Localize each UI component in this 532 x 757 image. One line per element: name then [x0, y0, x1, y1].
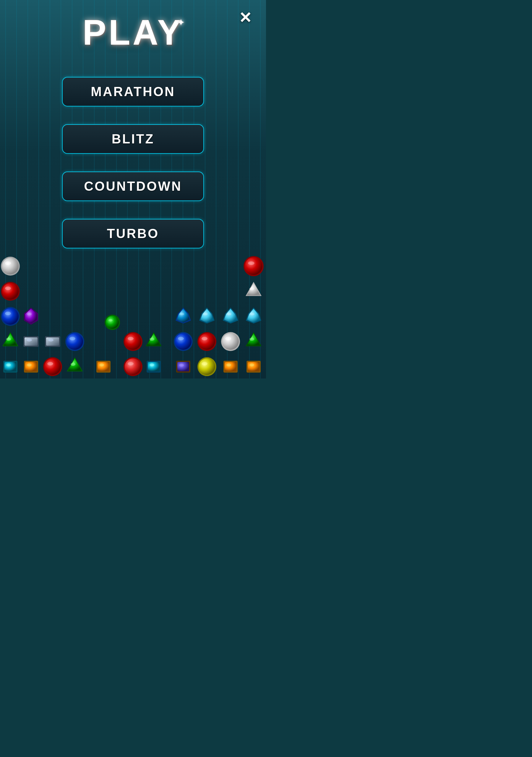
gems-svg — [0, 248, 266, 378]
svg-point-14 — [6, 363, 11, 366]
svg-point-71 — [202, 362, 207, 366]
title-container: PLAY — [0, 12, 266, 53]
svg-marker-64 — [200, 309, 213, 322]
svg-point-31 — [67, 333, 83, 350]
svg-point-41 — [99, 363, 104, 366]
svg-point-80 — [226, 363, 231, 366]
svg-rect-94 — [248, 362, 259, 371]
game-mode-buttons: MARATHON BLITZ COUNTDOWN TURBO — [0, 77, 266, 248]
svg-point-11 — [6, 338, 11, 341]
svg-point-43 — [125, 333, 141, 350]
svg-point-65 — [203, 313, 208, 315]
svg-marker-73 — [224, 309, 237, 322]
blitz-button[interactable]: BLITZ — [62, 124, 204, 154]
countdown-label: COUNTDOWN — [84, 179, 182, 194]
svg-point-44 — [128, 337, 133, 340]
svg-point-38 — [108, 319, 113, 321]
svg-point-26 — [48, 339, 53, 342]
svg-point-7 — [2, 308, 18, 325]
svg-point-37 — [106, 316, 119, 329]
turbo-label: TURBO — [107, 226, 159, 241]
svg-point-74 — [227, 313, 231, 315]
svg-point-83 — [248, 261, 254, 265]
svg-rect-19 — [24, 337, 38, 346]
svg-point-4 — [2, 283, 18, 300]
marathon-button[interactable]: MARATHON — [62, 77, 204, 106]
svg-rect-25 — [46, 337, 59, 346]
svg-point-82 — [245, 257, 262, 275]
svg-rect-52 — [148, 362, 160, 371]
svg-point-70 — [199, 358, 215, 375]
svg-point-68 — [202, 337, 207, 340]
svg-point-95 — [250, 363, 254, 366]
svg-point-29 — [47, 362, 53, 366]
svg-point-23 — [27, 363, 32, 366]
countdown-button[interactable]: COUNTDOWN — [62, 171, 204, 201]
blitz-label: BLITZ — [112, 132, 155, 146]
gems-decoration — [0, 248, 266, 378]
svg-point-67 — [199, 333, 215, 350]
svg-point-58 — [175, 333, 192, 350]
svg-point-17 — [27, 313, 32, 316]
page-title: PLAY — [82, 12, 183, 53]
svg-point-56 — [179, 313, 184, 315]
svg-marker-88 — [247, 309, 260, 322]
svg-point-47 — [128, 362, 133, 366]
svg-rect-61 — [177, 362, 189, 371]
marathon-label: MARATHON — [91, 84, 175, 99]
svg-point-62 — [179, 364, 184, 367]
svg-marker-55 — [177, 309, 190, 322]
svg-point-35 — [71, 363, 75, 366]
svg-rect-40 — [98, 362, 109, 371]
svg-point-20 — [27, 339, 32, 342]
svg-point-50 — [150, 338, 154, 341]
svg-point-59 — [178, 337, 184, 340]
svg-point-28 — [44, 358, 61, 375]
svg-point-92 — [250, 338, 254, 341]
svg-point-8 — [5, 312, 11, 315]
svg-point-76 — [222, 333, 239, 350]
svg-point-86 — [250, 288, 254, 290]
svg-point-53 — [150, 363, 154, 366]
svg-rect-79 — [224, 362, 236, 371]
svg-rect-13 — [4, 362, 16, 371]
svg-point-46 — [125, 358, 141, 375]
svg-point-32 — [70, 337, 75, 340]
svg-point-5 — [5, 287, 11, 290]
close-icon: ✕ — [239, 10, 252, 25]
turbo-button[interactable]: TURBO — [62, 219, 204, 248]
svg-point-89 — [250, 313, 254, 315]
svg-rect-22 — [25, 362, 37, 371]
close-button[interactable]: ✕ — [236, 9, 254, 27]
svg-point-2 — [5, 261, 11, 265]
svg-point-1 — [2, 258, 18, 274]
svg-point-77 — [225, 337, 231, 340]
